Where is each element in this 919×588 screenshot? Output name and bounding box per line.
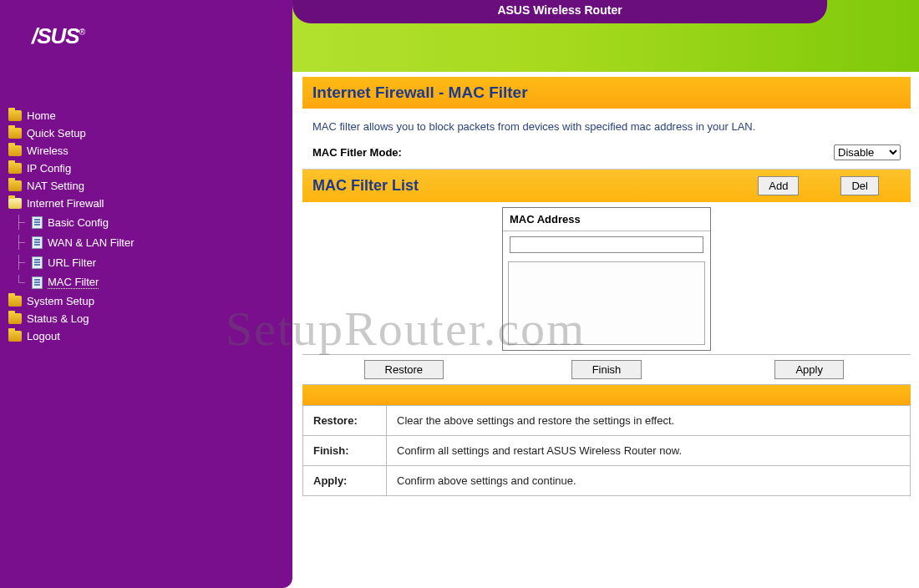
folder-icon [8,110,22,121]
nav-label: URL Filter [48,256,96,269]
finish-button[interactable]: Finish [571,360,642,379]
nav-tree: Home Quick Setup Wireless IP Config NAT … [7,107,286,345]
nav-internet-firewall[interactable]: Internet Firewall [7,195,286,212]
folder-icon [8,145,22,156]
orange-divider [302,385,911,405]
nav-mac-filter[interactable]: MAC Filter [7,272,286,292]
folder-icon [8,296,22,307]
mac-filter-list-bar: MAC Filter List Add Del [302,170,911,202]
folder-icon [8,313,22,324]
nav-wan-lan-filter[interactable]: WAN & LAN Filter [7,232,286,252]
document-icon [32,256,43,269]
page-title-bar: Internet Firewall - MAC Filter [302,77,911,109]
folder-icon [8,163,22,174]
document-icon [32,236,43,249]
del-button[interactable]: Del [840,176,879,195]
nav-label: NAT Setting [27,180,84,192]
tree-line [12,255,27,270]
help-key: Finish: [303,436,387,466]
nav-label: IP Config [27,162,71,175]
mac-address-box: MAC Address [502,207,711,351]
nav-wireless[interactable]: Wireless [7,142,286,160]
mac-address-header: MAC Address [503,208,710,231]
tree-line [12,235,27,250]
help-row-finish: Finish: Confirm all settings and restart… [303,436,911,466]
nav-logout[interactable]: Logout [7,327,286,345]
nav-label: WAN & LAN Filter [48,236,135,249]
help-row-apply: Apply: Confirm above settings and contin… [303,466,911,496]
nav-basic-config[interactable]: Basic Config [7,212,286,232]
nav-label: Logout [27,330,60,342]
mac-filter-mode-row: MAC Fitler Mode: DisableEnable [302,139,911,170]
nav-ip-config[interactable]: IP Config [7,160,286,177]
help-key: Restore: [303,406,387,436]
nav-label: Wireless [27,144,69,157]
nav-system-setup[interactable]: System Setup [7,292,286,310]
help-value: Confirm above settings and continue. [387,466,911,496]
folder-icon [8,331,22,342]
nav-label: Basic Config [48,216,109,229]
action-button-row: Restore Finish Apply [302,354,911,385]
add-button[interactable]: Add [758,176,799,195]
asus-logo: /SUS® [32,23,84,49]
main-pane: Internet Firewall - MAC Filter MAC filte… [292,0,919,588]
nav-label: MAC Filter [48,276,99,289]
nav-nat-setting[interactable]: NAT Setting [7,177,286,195]
mac-filter-list-area: MAC Address [302,202,911,354]
nav-label: System Setup [27,295,94,307]
help-key: Apply: [303,466,387,496]
nav-status-log[interactable]: Status & Log [7,310,286,327]
help-table: Restore: Clear the above settings and re… [302,405,911,496]
top-banner: ASUS Wireless Router [292,0,827,23]
tree-line [12,215,27,230]
section-title: MAC Filter List [312,177,749,195]
tree-line [12,275,27,290]
nav-label: Status & Log [27,312,89,325]
page-description: MAC filter allows you to block packets f… [302,109,911,139]
nav-label: Quick Setup [27,127,86,139]
mac-filter-mode-select[interactable]: DisableEnable [834,144,901,160]
folder-icon [8,180,22,191]
folder-open-icon [8,198,22,209]
mac-address-input[interactable] [510,236,703,253]
mac-address-listbox[interactable] [508,261,705,345]
nav-quick-setup[interactable]: Quick Setup [7,124,286,142]
help-value: Confirm all settings and restart ASUS Wi… [387,436,911,466]
nav-label: Internet Firewall [27,197,104,210]
page-title: Internet Firewall - MAC Filter [312,84,901,102]
nav-url-filter[interactable]: URL Filter [7,252,286,272]
folder-icon [8,128,22,139]
banner-title: ASUS Wireless Router [497,3,622,17]
document-icon [32,216,43,229]
apply-button[interactable]: Apply [774,360,844,379]
content: Internet Firewall - MAC Filter MAC filte… [292,77,919,496]
mode-label: MAC Fitler Mode: [312,146,402,159]
help-value: Clear the above settings and restore the… [387,406,911,436]
nav-home[interactable]: Home [7,107,286,124]
sidebar: /SUS® Home Quick Setup Wireless IP Confi… [0,0,292,588]
document-icon [32,276,43,289]
help-row-restore: Restore: Clear the above settings and re… [303,406,911,436]
restore-button[interactable]: Restore [364,360,444,379]
nav-label: Home [27,109,56,122]
